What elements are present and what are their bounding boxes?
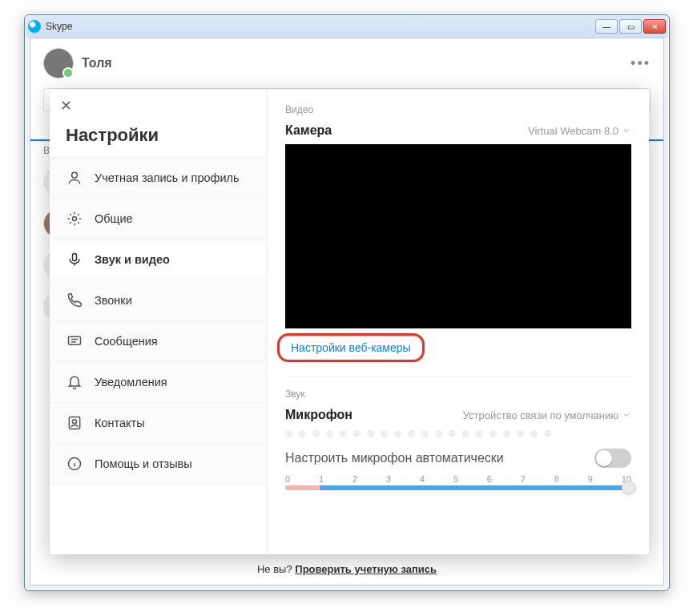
nav-calls[interactable]: Звонки (50, 280, 267, 320)
svg-point-3 (73, 217, 77, 221)
close-button[interactable]: ✕ (643, 19, 666, 34)
webcam-settings-link[interactable]: Настройки веб-камеры (291, 341, 411, 354)
mic-label: Микрофон (285, 408, 353, 422)
nav-help[interactable]: Помощь и отзывы (50, 443, 267, 485)
nav-general[interactable]: Общие (50, 198, 267, 239)
gear-icon (66, 210, 83, 227)
nav-contacts[interactable]: Контакты (50, 402, 267, 443)
svg-rect-8 (69, 417, 79, 429)
svg-rect-4 (73, 254, 77, 261)
slider-thumb[interactable] (622, 481, 636, 495)
auto-mic-label: Настроить микрофон автоматически (285, 451, 504, 465)
settings-title: Настройки (50, 122, 267, 157)
skype-icon (28, 20, 41, 33)
mic-selector[interactable]: Устройство связи по умолчанию (463, 409, 631, 421)
window-title: Skype (46, 21, 595, 32)
nav-notifications[interactable]: Уведомления (50, 361, 267, 402)
app-window: Skype — ▭ ✕ Толя ••• П Чат (24, 14, 670, 591)
bell-icon (66, 373, 83, 391)
nav-account[interactable]: Учетная запись и профиль (50, 157, 267, 198)
svg-point-2 (72, 172, 78, 178)
microphone-icon (66, 251, 83, 268)
nav-audio-video[interactable]: Звук и видео (50, 239, 267, 280)
titlebar: Skype — ▭ ✕ (25, 15, 669, 38)
settings-modal: ✕ Настройки Учетная запись и профиль Общ… (50, 90, 649, 554)
info-icon (66, 455, 83, 473)
nav-messages[interactable]: Сообщения (50, 320, 267, 361)
camera-selector[interactable]: Virtual Webcam 8.0 (528, 125, 631, 137)
svg-rect-5 (69, 336, 81, 344)
slider-track (285, 485, 631, 490)
mic-volume-slider[interactable]: 0 1 2 3 4 5 6 7 8 9 10 (285, 474, 631, 490)
user-icon (66, 169, 83, 187)
minimize-button[interactable]: — (595, 19, 618, 34)
divider (285, 376, 631, 377)
maximize-button[interactable]: ▭ (619, 19, 642, 34)
chevron-down-icon (622, 410, 631, 420)
mic-level-meter (285, 430, 631, 437)
video-section-label: Видео (285, 104, 631, 115)
message-icon (66, 332, 83, 350)
close-icon[interactable]: ✕ (50, 90, 82, 122)
auto-mic-toggle[interactable] (594, 449, 631, 468)
svg-point-9 (73, 420, 77, 424)
camera-preview (285, 144, 631, 328)
annotation-highlight: Настройки веб-камеры (277, 333, 425, 362)
chevron-down-icon (622, 126, 631, 135)
contacts-icon (66, 414, 83, 432)
phone-icon (66, 292, 83, 309)
camera-label: Камера (285, 123, 332, 138)
audio-section-label: Звук (285, 389, 631, 400)
